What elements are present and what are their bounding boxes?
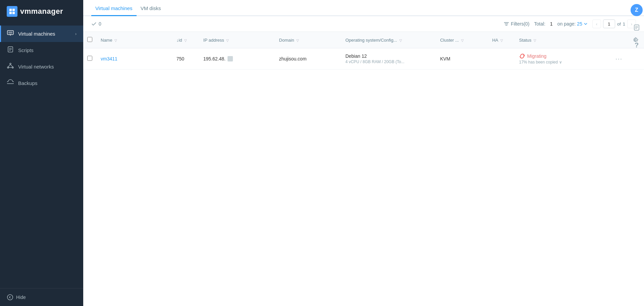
svg-rect-1 bbox=[12, 9, 15, 11]
os-name: Debian 12 bbox=[345, 53, 432, 59]
copy-ip-icon[interactable] bbox=[228, 56, 233, 61]
sidebar-item-backups[interactable]: Backups bbox=[0, 75, 83, 91]
row-status-cell: Migrating 17% has been copied ∨ bbox=[515, 48, 610, 70]
tab-virtual-machines[interactable]: Virtual machines bbox=[91, 0, 137, 16]
sort-icon-cluster: ▽ bbox=[461, 39, 464, 42]
ip-address-text: 195.62.48. bbox=[203, 56, 226, 61]
row-cluster-cell: KVM bbox=[436, 48, 488, 70]
th-cluster[interactable]: Cluster ... ▽ bbox=[436, 32, 488, 48]
migrating-icon bbox=[519, 53, 525, 59]
hide-icon bbox=[7, 294, 13, 301]
page-size-selector: on page: 25 bbox=[557, 21, 588, 27]
sidebar-footer: Hide bbox=[0, 288, 83, 306]
help-icon[interactable]: ? bbox=[631, 39, 643, 51]
notes-icon[interactable] bbox=[631, 21, 643, 34]
page-of-label: of bbox=[617, 21, 621, 27]
row-checkbox-cell[interactable] bbox=[83, 48, 97, 70]
sidebar-item-label-virtual-machines: Virtual machines bbox=[18, 31, 71, 37]
svg-rect-0 bbox=[9, 9, 12, 11]
th-id[interactable]: ↓id ▽ bbox=[172, 32, 199, 48]
row-name-cell: vm3411 bbox=[97, 48, 172, 70]
prev-page-button[interactable]: ‹ bbox=[592, 19, 601, 28]
right-panel: Z ? bbox=[629, 0, 644, 51]
table-row: vm3411 750 195.62.48. zhujisou.com Debia… bbox=[83, 48, 644, 70]
hide-button[interactable]: Hide bbox=[7, 294, 77, 301]
sort-icon-ip: ▽ bbox=[226, 39, 229, 42]
th-status[interactable]: Status ▽ bbox=[515, 32, 610, 48]
vm-table: Name ▽ ↓id ▽ IP address ▽ Domain ▽ bbox=[83, 32, 644, 70]
sidebar-item-label-backups: Backups bbox=[18, 80, 77, 86]
toolbar-left: 0 bbox=[91, 21, 101, 27]
row-actions-cell: ··· bbox=[610, 48, 627, 70]
vm-name-link[interactable]: vm3411 bbox=[101, 56, 117, 61]
virtual-networks-icon bbox=[7, 62, 14, 71]
sort-icon-name: ▽ bbox=[114, 39, 117, 42]
check-icon bbox=[91, 21, 97, 27]
checked-count: 0 bbox=[91, 21, 101, 27]
status-sub-text: 17% has been copied bbox=[519, 60, 558, 64]
sort-icon-id: ▽ bbox=[184, 39, 187, 42]
sort-icon-domain: ▽ bbox=[296, 39, 299, 42]
th-name[interactable]: Name ▽ bbox=[97, 32, 172, 48]
total-label: Total: bbox=[534, 21, 545, 27]
svg-point-12 bbox=[10, 63, 11, 64]
sidebar-item-scripts[interactable]: Scripts bbox=[0, 42, 83, 58]
toolbar-right: Filters(0) Total: 1 on page: 25 ‹ of 1 › bbox=[504, 19, 636, 28]
filter-icon bbox=[504, 21, 509, 27]
svg-rect-2 bbox=[9, 12, 12, 14]
status-migrating: Migrating bbox=[519, 53, 606, 59]
sort-icon-status: ▽ bbox=[534, 39, 536, 42]
tab-vm-disks[interactable]: VM disks bbox=[137, 0, 165, 16]
user-avatar[interactable]: Z bbox=[631, 4, 643, 16]
logo-icon bbox=[7, 6, 17, 17]
th-ip[interactable]: IP address ▽ bbox=[199, 32, 275, 48]
select-all-checkbox[interactable] bbox=[87, 37, 92, 42]
table-header-row: Name ▽ ↓id ▽ IP address ▽ Domain ▽ bbox=[83, 32, 644, 48]
main-content: Z ? Virtual machines VM disks 0 bbox=[83, 0, 644, 306]
sidebar-item-virtual-machines[interactable]: Virtual machines › bbox=[0, 26, 83, 42]
th-ha[interactable]: HA ▽ bbox=[488, 32, 515, 48]
logo: vmmanager bbox=[0, 0, 83, 23]
sidebar-item-label-virtual-networks: Virtual networks bbox=[18, 64, 77, 70]
page-size-value[interactable]: 25 bbox=[577, 21, 582, 27]
sort-icon-os: ▽ bbox=[399, 39, 402, 42]
sidebar-item-virtual-networks[interactable]: Virtual networks bbox=[0, 58, 83, 75]
svg-rect-3 bbox=[12, 12, 15, 14]
toolbar: 0 Filters(0) Total: 1 on page: 25 bbox=[83, 16, 644, 32]
status-sub: 17% has been copied ∨ bbox=[519, 60, 606, 64]
row-ha-cell bbox=[488, 48, 515, 70]
row-ip-cell: 195.62.48. bbox=[199, 48, 275, 70]
sidebar-item-arrow: › bbox=[75, 32, 77, 36]
current-page-input[interactable] bbox=[603, 19, 615, 28]
ip-address-container: 195.62.48. bbox=[203, 56, 271, 61]
row-more-actions[interactable]: ··· bbox=[614, 55, 623, 62]
total-pages-value: 1 bbox=[623, 21, 625, 27]
th-os[interactable]: Operating system/Config... ▽ bbox=[341, 32, 436, 48]
row-checkbox[interactable] bbox=[87, 56, 92, 61]
sidebar: vmmanager Virtual machines › bbox=[0, 0, 83, 306]
os-config: 4 vCPU / 8GB RAM / 20GB (To... bbox=[345, 59, 432, 64]
virtual-machines-icon bbox=[7, 30, 14, 38]
scripts-icon bbox=[7, 46, 14, 54]
row-os-cell: Debian 12 4 vCPU / 8GB RAM / 20GB (To... bbox=[341, 48, 436, 70]
row-domain-cell: zhujisou.com bbox=[275, 48, 342, 70]
status-text: Migrating bbox=[527, 53, 547, 59]
svg-rect-5 bbox=[8, 32, 12, 34]
sidebar-item-label-scripts: Scripts bbox=[18, 47, 77, 53]
svg-line-16 bbox=[10, 64, 13, 67]
filter-button[interactable]: Filters(0) bbox=[504, 21, 529, 27]
row-settings-cell bbox=[627, 48, 644, 70]
total-value: 1 bbox=[550, 21, 553, 27]
th-select-all[interactable] bbox=[83, 32, 97, 48]
sidebar-nav: Virtual machines › Scripts bbox=[0, 23, 83, 288]
backups-icon bbox=[7, 79, 14, 87]
th-domain[interactable]: Domain ▽ bbox=[275, 32, 342, 48]
svg-point-18 bbox=[7, 295, 13, 300]
logo-text: vmmanager bbox=[20, 7, 63, 16]
tabs-bar: Virtual machines VM disks bbox=[83, 0, 644, 16]
table-container: Name ▽ ↓id ▽ IP address ▽ Domain ▽ bbox=[83, 32, 644, 306]
status-expand-icon[interactable]: ∨ bbox=[559, 60, 562, 64]
page-size-dropdown-icon[interactable] bbox=[584, 22, 588, 26]
row-id-cell: 750 bbox=[172, 48, 199, 70]
sort-icon-ha: ▽ bbox=[500, 39, 503, 42]
